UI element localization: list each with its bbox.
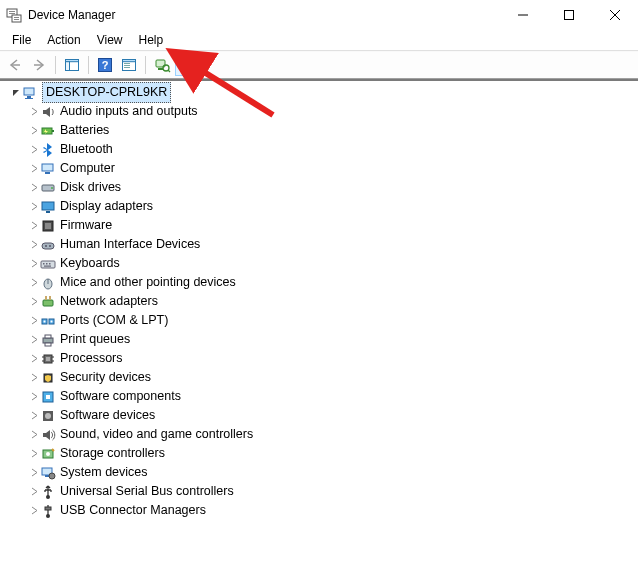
- svg-rect-21: [158, 68, 163, 70]
- tree-item[interactable]: Firmware: [28, 216, 638, 235]
- chevron-right-icon[interactable]: [28, 278, 40, 287]
- tree-item[interactable]: Human Interface Devices: [28, 235, 638, 254]
- svg-rect-17: [124, 63, 130, 64]
- svg-rect-39: [45, 223, 51, 229]
- svg-point-69: [45, 413, 51, 419]
- chevron-right-icon[interactable]: [28, 354, 40, 363]
- menu-file[interactable]: File: [4, 32, 39, 48]
- tree-item[interactable]: Network adapters: [28, 292, 638, 311]
- chevron-right-icon[interactable]: [28, 240, 40, 249]
- tree-item[interactable]: Audio inputs and outputs: [28, 102, 638, 121]
- chevron-right-icon[interactable]: [28, 126, 40, 135]
- tree-item-label: Mice and other pointing devices: [60, 273, 236, 292]
- tree-item[interactable]: Universal Serial Bus controllers: [28, 482, 638, 501]
- svg-point-41: [45, 245, 47, 247]
- toolbar-back-button[interactable]: [4, 54, 26, 76]
- toolbar-forward-button[interactable]: [28, 54, 50, 76]
- chevron-right-icon[interactable]: [28, 506, 40, 515]
- svg-rect-3: [12, 15, 21, 22]
- chevron-right-icon[interactable]: [28, 107, 40, 116]
- svg-rect-18: [124, 65, 130, 66]
- toolbar-monitor-button[interactable]: [175, 54, 197, 76]
- tree-root-row[interactable]: DESKTOP-CPRL9KR: [10, 83, 638, 102]
- menu-view[interactable]: View: [89, 32, 131, 48]
- tree-item[interactable]: Security devices: [28, 368, 638, 387]
- chevron-right-icon[interactable]: [28, 430, 40, 439]
- chevron-right-icon[interactable]: [28, 468, 40, 477]
- svg-rect-16: [123, 60, 136, 62]
- tree-item-label: Storage controllers: [60, 444, 165, 463]
- device-tree[interactable]: DESKTOP-CPRL9KR Audio inputs and outputs…: [0, 81, 638, 520]
- cpu-icon: [40, 351, 56, 367]
- chevron-right-icon[interactable]: [28, 221, 40, 230]
- svg-rect-73: [45, 475, 49, 477]
- svg-rect-46: [49, 263, 51, 265]
- chevron-down-icon[interactable]: [10, 88, 22, 97]
- menu-help[interactable]: Help: [131, 32, 172, 48]
- tree-item[interactable]: Processors: [28, 349, 638, 368]
- chevron-right-icon[interactable]: [28, 145, 40, 154]
- title-bar: Device Manager: [0, 0, 638, 30]
- chevron-right-icon[interactable]: [28, 164, 40, 173]
- chevron-right-icon[interactable]: [28, 411, 40, 420]
- window-title: Device Manager: [28, 8, 115, 22]
- menu-action[interactable]: Action: [39, 32, 88, 48]
- tree-item[interactable]: Software devices: [28, 406, 638, 425]
- svg-rect-12: [66, 62, 70, 71]
- tree-item[interactable]: Ports (COM & LPT): [28, 311, 638, 330]
- svg-rect-61: [46, 357, 50, 361]
- tree-item[interactable]: Print queues: [28, 330, 638, 349]
- chevron-right-icon[interactable]: [28, 392, 40, 401]
- chevron-right-icon[interactable]: [28, 335, 40, 344]
- toolbar-scan-button[interactable]: [151, 54, 173, 76]
- svg-point-75: [46, 495, 50, 499]
- maximize-button[interactable]: [546, 0, 592, 30]
- ports-icon: [40, 313, 56, 329]
- toolbar-help-button[interactable]: ?: [94, 54, 116, 76]
- chevron-right-icon[interactable]: [28, 316, 40, 325]
- svg-rect-47: [44, 265, 51, 266]
- tree-root-label[interactable]: DESKTOP-CPRL9KR: [42, 82, 171, 103]
- svg-point-35: [51, 187, 53, 189]
- tree-item[interactable]: Computer: [28, 159, 638, 178]
- svg-point-71: [46, 452, 50, 456]
- chevron-right-icon[interactable]: [28, 373, 40, 382]
- tree-item-label: Keyboards: [60, 254, 120, 273]
- security-icon: [40, 370, 56, 386]
- tree-item[interactable]: Batteries: [28, 121, 638, 140]
- toolbar-showhide-button[interactable]: [61, 54, 83, 76]
- svg-rect-57: [43, 338, 53, 343]
- chevron-right-icon[interactable]: [28, 297, 40, 306]
- tree-item[interactable]: Display adapters: [28, 197, 638, 216]
- svg-rect-44: [43, 263, 45, 265]
- chevron-right-icon[interactable]: [28, 202, 40, 211]
- close-button[interactable]: [592, 0, 638, 30]
- hid-icon: [40, 237, 56, 253]
- system-icon: [40, 465, 56, 481]
- toolbar: ?: [0, 50, 638, 79]
- tree-item[interactable]: Sound, video and game controllers: [28, 425, 638, 444]
- chevron-right-icon[interactable]: [28, 183, 40, 192]
- swdev-icon: [40, 408, 56, 424]
- tree-item[interactable]: Software components: [28, 387, 638, 406]
- tree-item[interactable]: Mice and other pointing devices: [28, 273, 638, 292]
- tree-item[interactable]: Bluetooth: [28, 140, 638, 159]
- chevron-right-icon[interactable]: [28, 487, 40, 496]
- tree-item[interactable]: Storage controllers: [28, 444, 638, 463]
- tree-item-label: Bluetooth: [60, 140, 113, 159]
- app-icon: [6, 7, 22, 23]
- tree-item-label: Human Interface Devices: [60, 235, 200, 254]
- tree-item[interactable]: Keyboards: [28, 254, 638, 273]
- minimize-button[interactable]: [500, 0, 546, 30]
- firmware-icon: [40, 218, 56, 234]
- tree-item[interactable]: USB Connector Managers: [28, 501, 638, 520]
- svg-rect-29: [25, 98, 33, 99]
- svg-point-55: [44, 320, 46, 322]
- chevron-right-icon[interactable]: [28, 259, 40, 268]
- toolbar-action-button[interactable]: [118, 54, 140, 76]
- tree-item[interactable]: Disk drives: [28, 178, 638, 197]
- chevron-right-icon[interactable]: [28, 449, 40, 458]
- tree-item[interactable]: System devices: [28, 463, 638, 482]
- svg-text:?: ?: [102, 59, 109, 71]
- tree-item-label: Disk drives: [60, 178, 121, 197]
